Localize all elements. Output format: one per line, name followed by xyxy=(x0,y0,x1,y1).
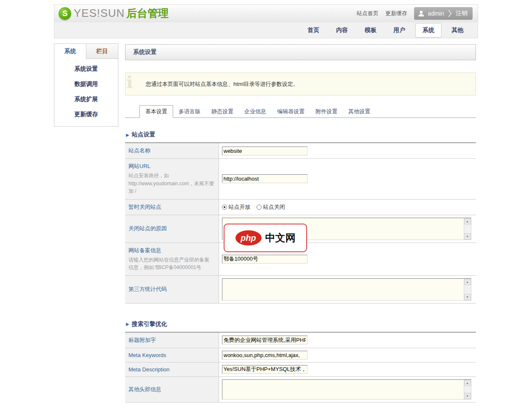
tab-other-settings[interactable]: 其他设置 xyxy=(343,106,376,117)
section-header-seo: ▶ 搜索引擎优化 xyxy=(126,320,476,328)
scrollbar[interactable]: ▲▼ xyxy=(464,279,471,300)
logo-brand-text: YES!SUN xyxy=(74,7,125,20)
site-close-radios: 站点开放 站点关闭 xyxy=(222,203,472,212)
sidebar-menu: 系统设置 数据调用 系统扩展 更新缓存 xyxy=(54,59,118,126)
sidebar-tab-system[interactable]: 系统 xyxy=(54,44,86,59)
radio-selected-icon xyxy=(222,205,227,210)
refresh-cache-link[interactable]: 更新缓存 xyxy=(385,10,407,17)
top-nav: 首页 内容 模板 用户 系统 其他 xyxy=(54,22,478,38)
tab-basic-settings[interactable]: 基本设置 xyxy=(139,105,173,118)
tab-editor-settings[interactable]: 编辑器设置 xyxy=(272,106,310,117)
scroll-up-icon[interactable]: ▲ xyxy=(464,279,471,285)
meta-keywords-label: Meta Keywords xyxy=(128,352,214,358)
logo: S YES!SUN 后台管理 xyxy=(59,6,168,20)
nav-item-other[interactable]: 其他 xyxy=(445,24,470,37)
site-url-input[interactable] xyxy=(222,174,307,183)
row-site-close: 暂时关闭站点 站点开放 站点关闭 xyxy=(125,199,476,215)
stats-code-label: 第三方统计代码 xyxy=(128,285,214,293)
row-site-url: 网站URL 站点安装路径，如 http://www.youdomain.com，… xyxy=(125,159,476,200)
radio-site-closed[interactable]: 站点关闭 xyxy=(257,203,285,211)
site-name-input[interactable] xyxy=(222,147,307,155)
sidebar-tabs: 系统 栏目 xyxy=(54,44,118,59)
info-text: 您通过本页面可以对站点基本信息、html目录等进行参数设定。 xyxy=(146,80,299,88)
row-other-head: 其他头部信息 ▲▼ xyxy=(125,376,476,402)
sidebar-item-data-call[interactable]: 数据调用 xyxy=(54,77,118,92)
other-head-label: 其他头部信息 xyxy=(128,386,214,393)
section-arrow-icon: ▶ xyxy=(126,322,129,326)
other-head-textarea[interactable]: ▲▼ xyxy=(222,379,471,400)
sidebar-item-refresh-cache[interactable]: 更新缓存 xyxy=(54,107,118,122)
close-reason-label: 关闭站点的原因 xyxy=(128,225,214,232)
section-arrow-icon: ▶ xyxy=(126,133,129,137)
section-header-site-settings: ▶ 站点设置 xyxy=(126,131,476,139)
meta-description-input[interactable] xyxy=(222,365,307,374)
tab-attachment-settings[interactable]: 附件设置 xyxy=(310,106,343,117)
tab-static-settings[interactable]: 静态设置 xyxy=(206,106,239,117)
scroll-down-icon[interactable]: ▼ xyxy=(464,393,471,399)
user-icon xyxy=(417,10,425,17)
icp-input[interactable] xyxy=(222,255,307,264)
header: S YES!SUN 后台管理 站点首页 更新缓存 admin 注销 xyxy=(54,4,478,22)
user-badge: admin 注销 xyxy=(414,7,473,20)
site-name-label: 站点名称 xyxy=(128,147,214,155)
section-title: 站点设置 xyxy=(132,131,155,139)
nav-item-home[interactable]: 首页 xyxy=(301,24,326,37)
nav-item-system[interactable]: 系统 xyxy=(415,23,441,37)
tab-multilanguage[interactable]: 多语言版 xyxy=(173,106,206,117)
row-stats-code: 第三方统计代码 ▲▼ xyxy=(125,275,476,303)
chevron-right-icon xyxy=(448,9,452,18)
php-logo-icon: php xyxy=(235,230,262,245)
scroll-up-icon[interactable]: ▲ xyxy=(464,380,471,386)
watermark-text: 中文网 xyxy=(265,231,296,245)
nav-item-user[interactable]: 用户 xyxy=(387,24,412,37)
info-box: i 您通过本页面可以对站点基本信息、html目录等进行参数设定。 xyxy=(125,72,476,96)
page-title: 系统设置 xyxy=(125,44,476,60)
sidebar-tab-column[interactable]: 栏目 xyxy=(86,44,118,59)
scroll-down-icon[interactable]: ▼ xyxy=(464,233,471,240)
site-url-label: 网站URL xyxy=(128,163,214,170)
icp-hint: 请输入您的网站在信息产业部的备案信息，例如:鄂ICP备04000001号 xyxy=(128,256,214,272)
header-right: 站点首页 更新缓存 admin 注销 xyxy=(357,7,473,20)
site-home-link[interactable]: 站点首页 xyxy=(357,10,379,17)
site-close-label: 暂时关闭站点 xyxy=(128,203,214,211)
row-meta-description: Meta Description xyxy=(125,362,476,376)
username: admin xyxy=(428,10,444,17)
scrollbar[interactable]: ▲▼ xyxy=(464,218,471,240)
seo-table: 标题附加字 Meta Keywords Meta Description 其他头… xyxy=(125,332,476,403)
logo-ball-icon: S xyxy=(59,7,71,20)
meta-description-label: Meta Description xyxy=(128,366,214,373)
meta-keywords-input[interactable] xyxy=(222,351,307,360)
row-site-name: 站点名称 xyxy=(125,143,476,159)
row-title-suffix: 标题附加字 xyxy=(125,332,476,348)
radio-site-open[interactable]: 站点开放 xyxy=(222,203,251,211)
tab-company-info[interactable]: 企业信息 xyxy=(239,106,272,117)
stats-code-textarea[interactable]: ▲▼ xyxy=(222,278,471,301)
scroll-up-icon[interactable]: ▲ xyxy=(464,218,471,224)
sidebar: 系统 栏目 系统设置 数据调用 系统扩展 更新缓存 xyxy=(54,43,118,127)
title-suffix-label: 标题附加字 xyxy=(128,336,214,344)
logout-link[interactable]: 注销 xyxy=(456,10,468,17)
radio-open-label: 站点开放 xyxy=(229,203,251,211)
icp-label: 网站备案信息 xyxy=(128,247,214,254)
scroll-down-icon[interactable]: ▼ xyxy=(464,294,471,300)
logo-suffix-text: 后台管理 xyxy=(126,6,168,20)
scrollbar[interactable]: ▲▼ xyxy=(464,380,471,399)
page-container: S YES!SUN 后台管理 站点首页 更新缓存 admin 注销 首页 内容 … xyxy=(54,4,478,408)
main: 系统设置 i 您通过本页面可以对站点基本信息、html目录等进行参数设定。 基本… xyxy=(125,38,476,408)
sidebar-item-system-settings[interactable]: 系统设置 xyxy=(54,61,118,77)
nav-item-template[interactable]: 模板 xyxy=(358,24,383,37)
title-suffix-input[interactable] xyxy=(222,336,307,344)
radio-closed-label: 站点关闭 xyxy=(263,203,285,211)
section-title: 搜索引擎优化 xyxy=(132,320,167,328)
info-icon: i xyxy=(126,74,133,91)
site-settings-table: 站点名称 网站URL 站点安装路径，如 http://www.youdomain… xyxy=(125,142,476,304)
radio-unselected-icon xyxy=(257,205,262,210)
content: 系统 栏目 系统设置 数据调用 系统扩展 更新缓存 系统设置 i 您通过本页面可… xyxy=(54,38,478,408)
php-cn-watermark: php 中文网 xyxy=(224,224,307,252)
nav-item-content[interactable]: 内容 xyxy=(329,24,355,37)
settings-tabs: 基本设置 多语言版 静态设置 企业信息 编辑器设置 附件设置 其他设置 xyxy=(125,105,476,118)
sidebar-item-system-extend[interactable]: 系统扩展 xyxy=(54,92,118,107)
row-meta-keywords: Meta Keywords xyxy=(125,348,476,362)
site-url-hint: 站点安装路径，如 http://www.youdomain.com，末尾不要加 … xyxy=(128,172,214,195)
